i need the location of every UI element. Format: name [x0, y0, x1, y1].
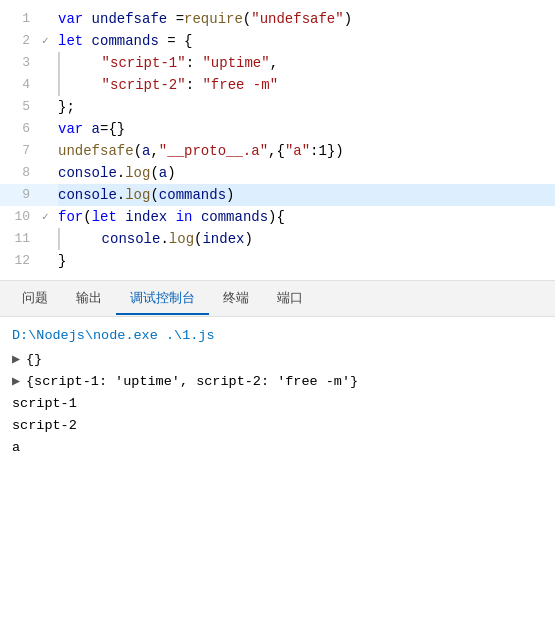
token: let: [58, 33, 92, 49]
token: ,: [150, 143, 158, 159]
line-number: 11: [0, 228, 42, 250]
tab-端口[interactable]: 端口: [263, 283, 317, 315]
line-number: 9: [0, 184, 42, 206]
token: a: [92, 121, 100, 137]
code-content: undefsafe(a,"__proto__.a",{"a":1}): [58, 140, 555, 162]
code-line-10: 10✓for(let index in commands){: [0, 206, 555, 228]
terminal-path-line: D:\Nodejs\node.exe .\1.js: [12, 325, 543, 347]
line-number: 12: [0, 250, 42, 272]
code-content: console.log(a): [58, 162, 555, 184]
token: ): [167, 165, 175, 181]
token: index: [125, 209, 175, 225]
token: commands: [159, 187, 226, 203]
code-line-9: 9 console.log(commands): [0, 184, 555, 206]
token: "a": [285, 143, 310, 159]
terminal-value: {}: [26, 349, 42, 371]
token: log: [125, 165, 150, 181]
terminal-path: D:\Nodejs\node.exe .\1.js: [12, 328, 215, 343]
code-line-3: 3 "script-1": "uptime",: [0, 52, 555, 74]
token: var: [58, 121, 92, 137]
code-line-11: 11 console.log(index): [0, 228, 555, 250]
code-line-8: 8 console.log(a): [0, 162, 555, 184]
token: :: [186, 77, 203, 93]
token: console: [102, 231, 161, 247]
token: var: [58, 11, 92, 27]
terminal-output-line: ▶ {}: [12, 349, 543, 371]
panel-tabs: 问题输出调试控制台终端端口: [0, 281, 555, 317]
code-content: var undefsafe =require("undefsafe"): [58, 8, 555, 30]
indent-bar: [58, 52, 62, 74]
editor-area: 1 var undefsafe =require("undefsafe")2✓l…: [0, 0, 555, 281]
terminal-area: D:\Nodejs\node.exe .\1.js▶ {}▶ {script-1…: [0, 317, 555, 467]
token: undefsafe: [58, 143, 134, 159]
token: ={}: [100, 121, 125, 137]
code-content: console.log(commands): [58, 184, 555, 206]
line-number: 10: [0, 206, 42, 228]
token: (: [134, 143, 142, 159]
code-content: "script-2": "free -m": [68, 74, 555, 96]
code-content: var a={}: [58, 118, 555, 140]
code-content: let commands = {: [58, 30, 555, 52]
token: "uptime": [202, 55, 269, 71]
token: (: [243, 11, 251, 27]
code-line-5: 5 };: [0, 96, 555, 118]
token: "free -m": [202, 77, 278, 93]
code-line-1: 1 var undefsafe =require("undefsafe"): [0, 8, 555, 30]
token: .: [117, 165, 125, 181]
token: index: [202, 231, 244, 247]
line-number: 8: [0, 162, 42, 184]
terminal-output-line: script-2: [12, 415, 543, 437]
token: undefsafe: [92, 11, 176, 27]
expand-arrow-icon[interactable]: ▶: [12, 371, 26, 393]
token: [68, 55, 102, 71]
token: ): [244, 231, 252, 247]
code-content: };: [58, 96, 555, 118]
tab-问题[interactable]: 问题: [8, 283, 62, 315]
token: require: [184, 11, 243, 27]
code-content: "script-1": "uptime",: [68, 52, 555, 74]
token: in: [176, 209, 201, 225]
tab-输出[interactable]: 输出: [62, 283, 116, 315]
token: ,: [270, 55, 278, 71]
terminal-output-line: script-1: [12, 393, 543, 415]
indent-bar: [58, 228, 62, 250]
token: [68, 231, 102, 247]
token: "script-1": [102, 55, 186, 71]
tab-终端[interactable]: 终端: [209, 283, 263, 315]
line-number: 6: [0, 118, 42, 140]
token: "__proto__.a": [159, 143, 268, 159]
token: let: [92, 209, 126, 225]
code-content: for(let index in commands){: [58, 206, 555, 228]
line-number: 4: [0, 74, 42, 96]
token: :1}): [310, 143, 344, 159]
line-number: 1: [0, 8, 42, 30]
line-number: 2: [0, 30, 42, 52]
expand-arrow-icon[interactable]: ▶: [12, 349, 26, 371]
indent-bar: [58, 74, 62, 96]
code-line-2: 2✓let commands = {: [0, 30, 555, 52]
code-content: console.log(index): [68, 228, 555, 250]
token: log: [125, 187, 150, 203]
token: (: [150, 165, 158, 181]
token: "undefsafe": [251, 11, 343, 27]
line-number: 3: [0, 52, 42, 74]
token: :: [186, 55, 203, 71]
token: (: [150, 187, 158, 203]
token: a: [159, 165, 167, 181]
token: console: [58, 165, 117, 181]
token: "script-2": [102, 77, 186, 93]
terminal-plain-value: script-1: [12, 393, 77, 415]
token: }: [58, 253, 66, 269]
terminal-output-line: a: [12, 437, 543, 459]
token: ): [226, 187, 234, 203]
terminal-output-line: ▶ {script-1: 'uptime', script-2: 'free -…: [12, 371, 543, 393]
token: };: [58, 99, 75, 115]
terminal-value: {script-1: 'uptime', script-2: 'free -m'…: [26, 371, 358, 393]
token: commands: [92, 33, 159, 49]
tab-调试控制台[interactable]: 调试控制台: [116, 283, 209, 315]
line-arrow: ✓: [42, 206, 58, 228]
token: ,{: [268, 143, 285, 159]
token: = {: [159, 33, 193, 49]
line-arrow: ✓: [42, 30, 58, 52]
token: for: [58, 209, 83, 225]
